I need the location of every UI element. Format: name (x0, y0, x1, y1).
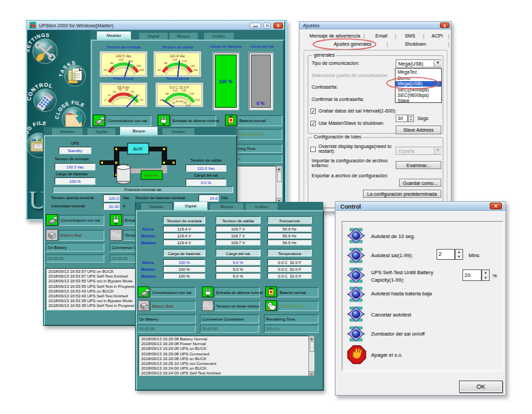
svg-text:80: 80 (110, 61, 114, 65)
svg-text:140: 140 (190, 64, 196, 68)
svg-text:80: 80 (164, 61, 168, 65)
svg-text:100.5 Vac: 100.5 Vac (116, 54, 132, 58)
svg-text:100: 100 (119, 58, 124, 61)
svg-text:60: 60 (158, 68, 161, 72)
svg-text:50: 50 (131, 90, 134, 93)
svg-text:10: 10 (108, 93, 111, 97)
svg-text:60: 60 (104, 68, 107, 72)
svg-text:176: 176 (189, 92, 194, 95)
svg-text:212: 212 (195, 98, 201, 102)
svg-text:AVR: AVR (133, 147, 143, 151)
svg-text:120: 120 (182, 59, 188, 63)
svg-text:140: 140 (136, 64, 142, 68)
svg-text:40: 40 (176, 100, 179, 103)
svg-text:59.9 Hz: 59.9 Hz (117, 85, 130, 89)
svg-text:110.4 Vac: 110.4 Vac (170, 54, 186, 58)
svg-text:Inverter: Inverter (145, 173, 158, 177)
svg-text:0.0 C 32.0 F: 0.0 C 32.0 F (170, 85, 190, 89)
svg-text:20: 20 (113, 90, 116, 93)
svg-text:70: 70 (140, 98, 143, 102)
svg-text:150: 150 (193, 68, 198, 72)
svg-text:100: 100 (186, 104, 191, 107)
svg-text:100: 100 (173, 58, 178, 61)
svg-text:150: 150 (139, 68, 145, 72)
svg-text:68: 68 (166, 92, 169, 95)
